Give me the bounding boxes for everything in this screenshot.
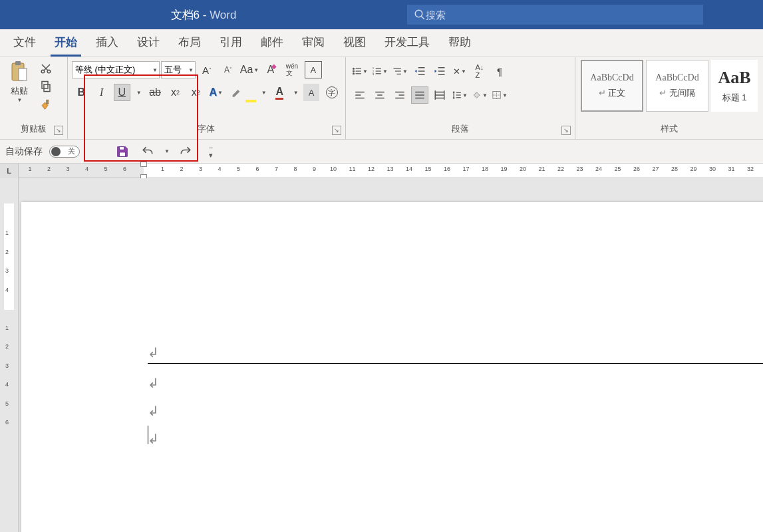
- chevron-down-icon: ▼: [188, 67, 194, 73]
- ruler-tick: 2: [5, 343, 9, 350]
- font-color-button[interactable]: A: [271, 84, 288, 101]
- tab-mailings[interactable]: 邮件: [251, 29, 293, 57]
- character-border-button[interactable]: A: [305, 61, 322, 78]
- svg-rect-53: [119, 152, 125, 156]
- ruler-tick: 20: [520, 166, 526, 172]
- align-justify-button[interactable]: [411, 86, 428, 104]
- tab-file[interactable]: 文件: [4, 29, 45, 57]
- tab-home[interactable]: 开始: [45, 29, 86, 57]
- font-size-combo[interactable]: 五号▼: [161, 61, 196, 78]
- bold-button[interactable]: B: [73, 84, 90, 101]
- highlight-button[interactable]: [228, 84, 245, 101]
- style-heading1[interactable]: AaB 标题 1: [711, 60, 758, 112]
- italic-button[interactable]: I: [93, 84, 110, 101]
- horizontal-ruler[interactable]: L 65432112345678910111213141516171819202…: [0, 164, 763, 178]
- save-button[interactable]: [113, 142, 132, 161]
- underline-button[interactable]: U: [114, 84, 130, 101]
- align-center-icon: [374, 89, 386, 101]
- tab-developer[interactable]: 开发工具: [375, 29, 439, 57]
- borders-icon: [492, 89, 502, 101]
- ruler-tick: 10: [330, 166, 337, 172]
- ruler-tick: 3: [199, 166, 202, 172]
- bucket-icon: [472, 89, 482, 101]
- line-spacing-button[interactable]: ▼: [451, 86, 468, 104]
- ruler-tick: 13: [386, 166, 393, 172]
- tab-layout[interactable]: 布局: [169, 29, 210, 57]
- undo-button[interactable]: [138, 142, 157, 161]
- align-left-button[interactable]: [351, 86, 369, 104]
- paste-button[interactable]: 粘贴 ▼: [4, 60, 35, 103]
- ruler-tick: 25: [614, 166, 621, 172]
- document-canvas[interactable]: ↲ ↲ ↲ ↲: [19, 178, 763, 532]
- decrease-indent-button[interactable]: [411, 63, 428, 80]
- font-color-more-button[interactable]: ▼: [291, 84, 299, 101]
- increase-indent-button[interactable]: [431, 63, 448, 80]
- ruler-tick: 1: [5, 229, 9, 236]
- ruler-tick: 1: [28, 166, 31, 172]
- asian-layout-button[interactable]: ✕▼: [451, 63, 468, 80]
- character-shading-button[interactable]: A: [303, 84, 320, 101]
- cut-button[interactable]: [37, 61, 55, 76]
- tab-selector[interactable]: L: [0, 164, 19, 178]
- tab-design[interactable]: 设计: [128, 29, 169, 57]
- text-effects-button[interactable]: A▼: [208, 84, 224, 101]
- ruler-tick: 12: [368, 166, 375, 172]
- underline-more-button[interactable]: ▼: [134, 84, 143, 101]
- search-input[interactable]: [426, 9, 696, 21]
- ruler-tick: 4: [5, 381, 9, 388]
- chevron-down-icon: ▼: [152, 67, 158, 73]
- subscript-button[interactable]: x2: [167, 84, 184, 101]
- style-no-spacing[interactable]: AaBbCcDd ↵ 无间隔: [646, 60, 708, 112]
- paragraph-launcher[interactable]: ↘: [561, 126, 571, 135]
- style-normal[interactable]: AaBbCcDd ↵ 正文: [581, 60, 643, 112]
- align-center-button[interactable]: [371, 86, 388, 104]
- scissors-icon: [40, 63, 52, 74]
- ruler-tick: 6: [5, 419, 9, 426]
- highlighter-icon: [231, 87, 241, 98]
- highlight-more-button[interactable]: ▼: [260, 84, 267, 101]
- vertical-ruler[interactable]: 4321123456: [0, 178, 19, 532]
- superscript-button[interactable]: x2: [188, 84, 204, 101]
- tab-insert[interactable]: 插入: [86, 29, 128, 57]
- redo-button[interactable]: [176, 142, 195, 161]
- font-launcher[interactable]: ↘: [332, 126, 341, 135]
- group-label-paragraph: 段落: [452, 124, 469, 134]
- undo-more[interactable]: ▼: [164, 148, 170, 154]
- copy-button[interactable]: [37, 79, 55, 94]
- ruler-tick: 19: [500, 166, 507, 172]
- format-painter-button[interactable]: [37, 96, 55, 112]
- phonetic-guide-button[interactable]: wén文: [283, 61, 301, 78]
- page[interactable]: ↲ ↲ ↲ ↲: [21, 202, 763, 532]
- tab-references[interactable]: 引用: [210, 29, 251, 57]
- paragraph-mark: ↲: [148, 344, 159, 360]
- tab-help[interactable]: 帮助: [439, 29, 480, 57]
- font-name-combo[interactable]: 等线 (中文正文)▼: [72, 61, 160, 78]
- search-box[interactable]: [407, 5, 703, 25]
- numbering-button[interactable]: 123▼: [371, 63, 388, 80]
- customize-qat-button[interactable]: −▾: [202, 142, 220, 161]
- ruler-tick: 16: [444, 166, 450, 172]
- autosave-toggle[interactable]: 关: [49, 146, 80, 158]
- shrink-font-button[interactable]: A˅: [220, 61, 237, 78]
- align-right-button[interactable]: [391, 86, 408, 104]
- multilevel-list-button[interactable]: ▼: [391, 63, 408, 80]
- paragraph-mark: ↲: [148, 431, 159, 447]
- strikethrough-button[interactable]: ab: [147, 84, 164, 101]
- show-marks-button[interactable]: ¶: [491, 63, 508, 80]
- bullets-button[interactable]: ▼: [351, 63, 369, 80]
- highlight-color-swatch: [245, 100, 255, 102]
- title-separator: -: [200, 9, 210, 21]
- change-case-button[interactable]: Aa▼: [241, 61, 258, 78]
- tab-view[interactable]: 视图: [334, 29, 375, 57]
- distributed-button[interactable]: [431, 86, 448, 104]
- clear-formatting-button[interactable]: A◆: [262, 61, 279, 78]
- enclose-characters-button[interactable]: 字: [323, 84, 340, 101]
- clipboard-launcher[interactable]: ↘: [54, 126, 63, 135]
- tab-review[interactable]: 审阅: [293, 29, 334, 57]
- shading-button[interactable]: ▼: [471, 86, 488, 104]
- borders-button[interactable]: ▼: [491, 86, 508, 104]
- ruler-tick: 3: [5, 267, 9, 274]
- sort-button[interactable]: A↓Z: [471, 63, 488, 80]
- first-line-indent-marker[interactable]: [140, 162, 147, 167]
- grow-font-button[interactable]: A˄: [198, 61, 216, 78]
